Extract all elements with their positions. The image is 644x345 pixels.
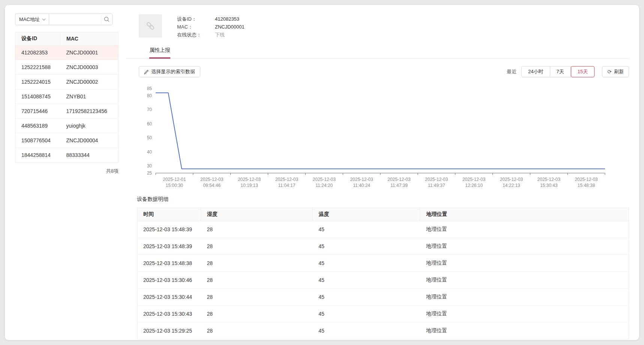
device-cell: 720715446 [15, 104, 60, 119]
detail-cell: 2025-12-03 15:48:39 [137, 221, 201, 238]
tab-bar: 属性上报 [126, 47, 629, 59]
device-count: 共8项 [15, 168, 119, 175]
device-list-panel: MAC地址 设备ID MAC 412082353ZNCJD00001125222… [5, 5, 126, 340]
detail-cell: 45 [312, 238, 420, 255]
detail-cell: 45 [312, 272, 420, 289]
device-cell: 88333344 [60, 148, 119, 163]
detail-cell: 地理位置 [420, 221, 629, 238]
detail-cell: 2025-12-03 15:29:25 [137, 322, 201, 339]
device-row[interactable]: 184425881488333344 [15, 148, 119, 163]
detail-header-humidity: 湿度 [201, 208, 312, 221]
device-table-header-id: 设备ID [15, 32, 60, 45]
search-filter-label: MAC地址 [19, 16, 40, 23]
edit-pencil-icon [144, 69, 149, 74]
detail-cell: 28 [201, 306, 312, 322]
device-cell: 1508776504 [15, 133, 60, 148]
detail-cell: 地理位置 [420, 306, 629, 322]
x-axis-label: 2025-12-0311:04:17 [265, 176, 309, 188]
detail-cell: 28 [201, 289, 312, 306]
device-search: MAC地址 [15, 14, 113, 25]
device-cell: 448563189 [15, 119, 60, 133]
main-window: MAC地址 设备ID MAC 412082353ZNCJD00001125222… [5, 5, 639, 340]
device-cell: ZNCJD00003 [60, 60, 119, 75]
detail-cell: 2025-12-03 15:30:43 [137, 306, 201, 322]
detail-row: 2025-12-03 15:48:392845地理位置 [137, 221, 629, 238]
x-axis-label: 2025-12-0311:40:24 [340, 176, 383, 188]
detail-header-temperature: 温度 [312, 208, 420, 221]
refresh-icon: ⟳ [607, 69, 612, 74]
range-button-7天[interactable]: 7天 [550, 66, 571, 77]
select-index-data-button[interactable]: 选择显示的索引数据 [139, 66, 200, 77]
device-table-header-mac: MAC [60, 32, 119, 45]
detail-cell: 28 [201, 221, 312, 238]
device-row[interactable]: 412082353ZNCJD00001 [15, 45, 119, 60]
detail-header-location: 地理位置 [420, 208, 629, 221]
x-axis-label: 2025-12-0310:19:13 [228, 176, 271, 188]
detail-cell: 地理位置 [420, 289, 629, 306]
detail-cell: 地理位置 [420, 272, 629, 289]
detail-row: 2025-12-03 15:30:462845地理位置 [137, 272, 629, 289]
detail-cell: 28 [201, 238, 312, 255]
range-button-group: 24小时7天15天 [521, 66, 594, 77]
detail-cell: 28 [201, 322, 312, 339]
device-info-row: MAC：ZNCJD00001 [177, 23, 245, 31]
device-cell: yuioghjk [60, 119, 119, 133]
detail-cell: 45 [312, 221, 420, 238]
detail-title: 设备数据明细 [137, 196, 629, 203]
x-axis-label: 2025-12-0311:49:37 [415, 176, 458, 188]
device-row[interactable]: 1252221588ZNCJD00003 [15, 60, 119, 75]
detail-cell: 45 [312, 289, 420, 306]
detail-row: 2025-12-03 15:48:382845地理位置 [137, 255, 629, 272]
device-info-header: 设备ID：412082353MAC：ZNCJD00001在线状态：下线 [139, 14, 629, 39]
detail-cell: 28 [201, 255, 312, 272]
x-axis-label: 2025-12-0311:24:20 [302, 176, 346, 188]
detail-row: 2025-12-03 15:30:432845地理位置 [137, 306, 629, 322]
device-row[interactable]: 1252224015ZNCJD00002 [15, 75, 119, 89]
device-cell: 1252221588 [15, 60, 60, 75]
range-button-24小时[interactable]: 24小时 [521, 66, 550, 77]
device-row[interactable]: 1508776504ZNCJD00004 [15, 133, 119, 148]
detail-row: 2025-12-03 15:30:442845地理位置 [137, 289, 629, 306]
device-cell: 1252224015 [15, 75, 60, 89]
x-axis-label: 2025-12-0315:30:43 [527, 176, 570, 188]
detail-table: 时间 湿度 温度 地理位置 2025-12-03 15:48:392845地理位… [137, 208, 629, 339]
search-filter-select[interactable]: MAC地址 [15, 14, 49, 25]
device-info-fields: 设备ID：412082353MAC：ZNCJD00001在线状态：下线 [177, 14, 245, 39]
x-axis-label: 2025-12-0314:22:13 [490, 176, 533, 188]
detail-cell: 2025-12-03 15:48:38 [137, 255, 201, 272]
x-axis-label: 2025-12-0309:54:46 [190, 176, 234, 188]
x-axis-label: 2025-12-0115:00:30 [153, 176, 196, 188]
detail-row: 2025-12-03 15:29:252845地理位置 [137, 322, 629, 339]
device-image-placeholder [139, 14, 162, 38]
search-icon [104, 17, 110, 22]
device-detail-panel: 设备ID：412082353MAC：ZNCJD00001在线状态：下线 属性上报… [126, 5, 639, 340]
device-info-label: 设备ID： [177, 15, 215, 23]
device-info-value: 412082353 [215, 15, 239, 23]
x-axis-label: 2025-12-0312:26:10 [452, 176, 496, 188]
refresh-label: 刷新 [614, 68, 624, 75]
device-info-label: MAC： [177, 23, 215, 31]
tab-property-report[interactable]: 属性上报 [149, 47, 170, 59]
search-input[interactable] [49, 14, 101, 25]
range-button-15天[interactable]: 15天 [571, 66, 594, 77]
device-row[interactable]: 72071544617192582123456 [15, 104, 119, 119]
search-button[interactable] [101, 14, 112, 25]
chart-toolbar: 选择显示的索引数据 最近 24小时7天15天 ⟳ 刷新 [126, 66, 629, 77]
device-table: 设备ID MAC 412082353ZNCJD000011252221588ZN… [15, 32, 119, 163]
detail-row: 2025-12-03 15:48:392845地理位置 [137, 238, 629, 255]
device-row[interactable]: 1514088745ZNYB01 [15, 89, 119, 104]
detail-cell: 2025-12-03 15:30:46 [137, 272, 201, 289]
detail-cell: 2025-12-03 15:48:39 [137, 238, 201, 255]
device-info-label: 在线状态： [177, 31, 215, 39]
device-cell: ZNYB01 [60, 89, 119, 104]
x-axis-label: 2025-12-0311:47:39 [377, 176, 421, 188]
detail-cell: 2025-12-03 15:30:44 [137, 289, 201, 306]
refresh-button[interactable]: ⟳ 刷新 [602, 66, 629, 77]
property-line-chart[interactable]: 85807060504030252025-12-0115:00:302025-1… [126, 83, 629, 193]
x-axis-label: 2025-12-0315:48:38 [564, 176, 608, 188]
device-cell: ZNCJD00002 [60, 75, 119, 89]
device-cell: ZNCJD00001 [60, 45, 119, 60]
device-cell: 1844258814 [15, 148, 60, 163]
detail-cell: 45 [312, 255, 420, 272]
device-row[interactable]: 448563189yuioghjk [15, 119, 119, 133]
